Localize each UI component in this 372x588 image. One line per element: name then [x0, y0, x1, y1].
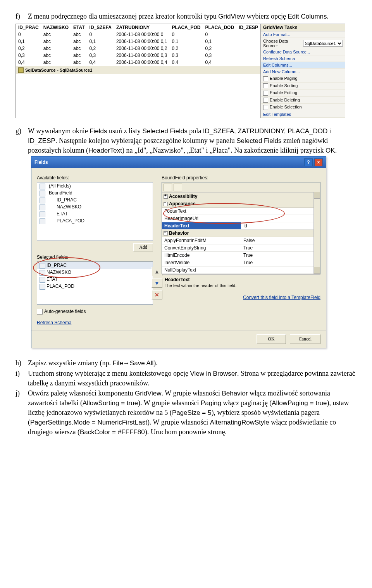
text: ). Uruchom ponownie stronę.: [145, 428, 227, 436]
dialog-titlebar: Fields ? ×: [31, 156, 326, 168]
property-description: HeaderText The text within the header of…: [162, 274, 320, 290]
step-f: f) Z menu podręcznego dla umieszczonej p…: [16, 12, 356, 21]
cell: 0,2: [203, 45, 236, 52]
tree-item[interactable]: PLACA_POD: [37, 217, 153, 224]
text: włącz paginację (: [221, 399, 272, 407]
prop-name[interactable]: FooterText: [162, 208, 241, 215]
list-item[interactable]: ID_PRAC: [37, 262, 153, 269]
selected-fields-list[interactable]: ID_PRAC NAZWISKO ETAT PLACA_POD: [37, 261, 153, 305]
property-grid[interactable]: Accessibility Appearance FooterText Head…: [162, 182, 320, 274]
text: ) na „Id", „Nazwisko", „Etat" i „Płaca".…: [122, 146, 326, 154]
add-button[interactable]: Add: [133, 243, 153, 251]
category-behavior[interactable]: Behavior: [162, 230, 320, 237]
tree-item[interactable]: ETAT: [37, 210, 153, 217]
list-item[interactable]: PLACA_POD: [37, 283, 153, 290]
category-appearance[interactable]: Appearance: [162, 200, 320, 208]
right-column: BoundField properties: Accessibility App…: [162, 172, 320, 325]
list-item[interactable]: NAZWISKO: [37, 269, 153, 276]
cell: 0,1: [87, 38, 114, 45]
prop-value[interactable]: Id: [241, 222, 320, 229]
label: Choose Data Source:: [263, 39, 301, 48]
remove-button[interactable]: ✕: [152, 290, 162, 299]
checkbox-icon[interactable]: [37, 309, 43, 315]
cell: 0: [16, 31, 41, 38]
cell: 0,2: [87, 45, 114, 52]
refresh-schema-link[interactable]: Refresh Schema: [37, 320, 71, 325]
cell: 0,4: [16, 59, 41, 66]
cell: abc: [41, 59, 71, 66]
cell: 0,3: [16, 52, 41, 59]
col-head: ID_SZEFA: [87, 24, 114, 31]
prop-value[interactable]: True: [241, 244, 320, 251]
alphabetical-icon[interactable]: [174, 184, 182, 191]
marker-i: i): [16, 369, 22, 388]
tree-item[interactable]: ID_PRAC: [37, 196, 153, 203]
prop-name[interactable]: InsertVisible: [162, 259, 241, 266]
convert-templatefield-link[interactable]: Convert this field into a TemplateField: [243, 295, 320, 300]
prop-name[interactable]: NullDisplayText: [162, 266, 241, 273]
close-button[interactable]: ×: [314, 158, 323, 166]
tree-item[interactable]: (All Fields): [37, 182, 153, 189]
cancel-button[interactable]: Cancel: [290, 334, 320, 344]
prop-value[interactable]: [241, 266, 320, 273]
move-up-button[interactable]: ▲: [152, 267, 162, 276]
prop-value[interactable]: True: [241, 252, 320, 259]
prop-name[interactable]: HtmlEncode: [162, 252, 241, 259]
cell: 2006-11-08 00:00:00 0,1: [114, 38, 169, 45]
task-enable-selection[interactable]: Enable Selection: [261, 104, 345, 111]
scrollbar[interactable]: [313, 192, 320, 274]
cell: 0,3: [87, 52, 114, 59]
marker-h: h): [16, 358, 22, 368]
col-head: PLACA_POD: [169, 24, 203, 31]
task-refresh-schema[interactable]: Refresh Schema: [261, 55, 345, 62]
task-enable-deleting[interactable]: Enable Deleting: [261, 97, 345, 104]
gridview-tasks-screenshot: ID_PRAC NAZWISKO ETAT ID_SZEFA ZATRUDNIO…: [16, 24, 345, 118]
prop-value[interactable]: True: [241, 259, 320, 266]
task-configure-ds[interactable]: Configure Data Source...: [261, 49, 345, 55]
prop-value[interactable]: [241, 208, 320, 215]
list-item[interactable]: ETAT: [37, 276, 153, 283]
code: Behavior: [222, 390, 248, 397]
available-fields-tree[interactable]: (All Fields) BoundField ID_PRAC NAZWISKO…: [37, 182, 153, 241]
step-g: g) W wywołanym oknie Fields usuń z listy…: [16, 126, 356, 155]
prop-name[interactable]: HeaderImageUrl: [162, 215, 241, 222]
task-enable-editing[interactable]: Enable Editing: [261, 89, 345, 97]
cell: 2006-11-08 00:00:00 0,3: [114, 52, 169, 59]
categorized-icon[interactable]: [164, 184, 172, 191]
text: Otwórz paletę własności komponentu: [28, 389, 135, 397]
cell: 0,1: [203, 38, 236, 45]
move-down-button[interactable]: ▼: [152, 279, 162, 288]
code: AllowSorting = true: [83, 399, 138, 407]
task-enable-paging[interactable]: Enable Paging: [261, 75, 345, 83]
cell: 2006-11-08 00:00:00 0,2: [114, 45, 169, 52]
cell: 2006-11-08 00:00:00 0: [114, 31, 169, 38]
task-enable-sorting[interactable]: Enable Sorting: [261, 83, 345, 90]
prop-name[interactable]: ConvertEmptyString: [162, 244, 241, 251]
scroll-down-icon[interactable]: [314, 267, 320, 274]
autogen-row[interactable]: Auto-generate fields: [37, 309, 153, 315]
ok-button[interactable]: OK: [257, 334, 286, 344]
task-add-column[interactable]: Add New Column...: [261, 69, 345, 75]
help-button[interactable]: ?: [304, 158, 313, 166]
database-icon: [18, 67, 24, 73]
tree-item[interactable]: BoundField: [37, 189, 153, 196]
grid-table: ID_PRAC NAZWISKO ETAT ID_SZEFA ZATRUDNIO…: [16, 24, 260, 66]
scroll-up-icon[interactable]: [314, 192, 320, 199]
step-i-text: Uruchom stronę wybierając z menu konteks…: [28, 369, 356, 388]
task-edit-columns[interactable]: Edit Columns...: [261, 62, 345, 69]
task-edit-templates[interactable]: Edit Templates: [261, 111, 345, 118]
cell: abc: [71, 45, 87, 52]
task-auto-format[interactable]: Auto Format...: [261, 31, 345, 38]
prop-value[interactable]: [241, 215, 320, 222]
prop-name[interactable]: HeaderText: [162, 222, 241, 229]
col-head: ETAT: [71, 24, 87, 31]
category-accessibility[interactable]: Accessibility: [162, 193, 320, 200]
prop-value[interactable]: False: [241, 237, 320, 244]
datasource-bar: SqlDataSource - SqlDataSource1: [16, 66, 260, 74]
step-j-text: Otwórz paletę własności komponentu GridV…: [28, 389, 356, 437]
prop-name[interactable]: ApplyFormatInEditM: [162, 237, 241, 244]
cell: 0,1: [16, 38, 41, 45]
datasource-select[interactable]: SqlDataSource1: [303, 40, 343, 47]
tree-item[interactable]: NAZWISKO: [37, 203, 153, 210]
tasks-title: GridView Tasks: [261, 24, 345, 31]
